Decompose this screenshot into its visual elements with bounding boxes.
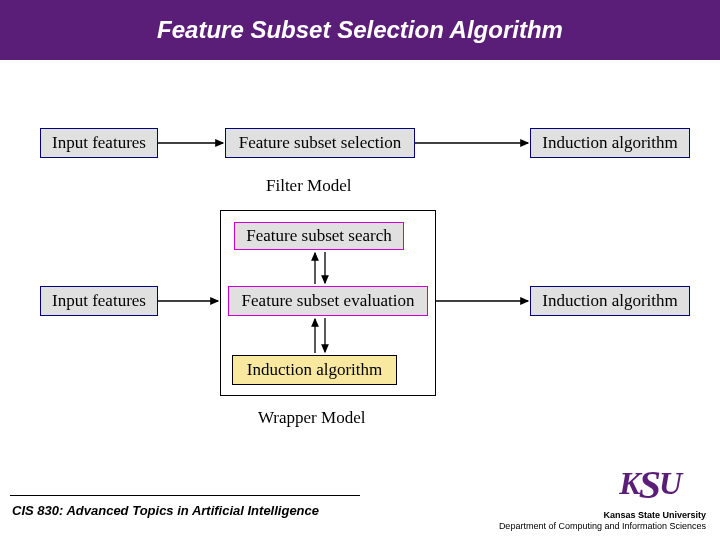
wrapper-induction-algorithm-outer-label: Induction algorithm xyxy=(542,291,678,311)
wrapper-feature-subset-evaluation-label: Feature subset evaluation xyxy=(242,291,415,311)
ksu-logo: KSU xyxy=(619,461,680,508)
footer-right: Kansas State University Department of Co… xyxy=(499,510,706,532)
footer-department: Department of Computing and Information … xyxy=(499,521,706,532)
filter-induction-algorithm-box: Induction algorithm xyxy=(530,128,690,158)
wrapper-induction-algorithm-outer-box: Induction algorithm xyxy=(530,286,690,316)
wrapper-model-label: Wrapper Model xyxy=(258,408,365,428)
wrapper-feature-subset-search-label: Feature subset search xyxy=(246,226,391,246)
wrapper-input-features-box: Input features xyxy=(40,286,158,316)
wrapper-feature-subset-search-box: Feature subset search xyxy=(234,222,404,250)
footer-divider xyxy=(10,495,360,496)
footer-course: CIS 830: Advanced Topics in Artificial I… xyxy=(12,503,319,518)
title-bar: Feature Subset Selection Algorithm xyxy=(0,0,720,60)
wrapper-induction-algorithm-inner-box: Induction algorithm xyxy=(232,355,397,385)
filter-feature-subset-selection-label: Feature subset selection xyxy=(239,133,401,153)
wrapper-feature-subset-evaluation-box: Feature subset evaluation xyxy=(228,286,428,316)
wrapper-input-features-label: Input features xyxy=(52,291,146,311)
filter-input-features-box: Input features xyxy=(40,128,158,158)
wrapper-induction-algorithm-inner-label: Induction algorithm xyxy=(247,360,383,380)
filter-input-features-label: Input features xyxy=(52,133,146,153)
filter-model-label: Filter Model xyxy=(266,176,351,196)
filter-induction-algorithm-label: Induction algorithm xyxy=(542,133,678,153)
footer-university: Kansas State University xyxy=(499,510,706,521)
slide-title: Feature Subset Selection Algorithm xyxy=(157,16,563,44)
filter-feature-subset-selection-box: Feature subset selection xyxy=(225,128,415,158)
